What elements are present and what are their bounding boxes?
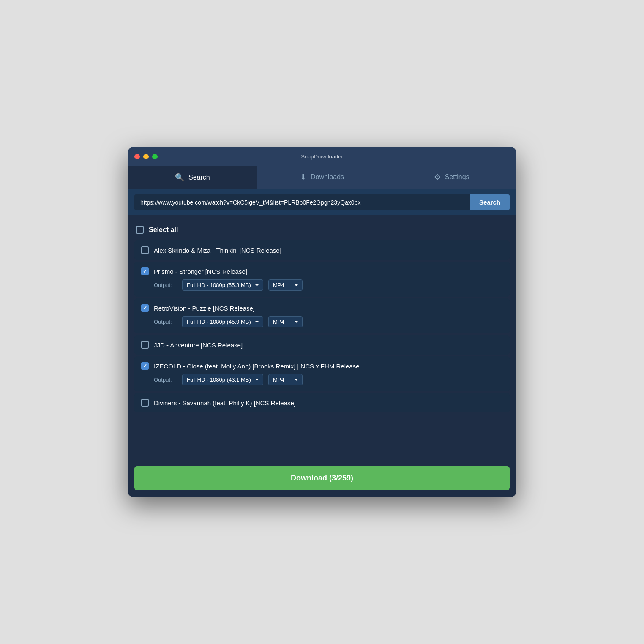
close-button[interactable] xyxy=(134,154,140,159)
video-checkbox-2[interactable] xyxy=(141,267,149,275)
search-bar: Search xyxy=(128,189,516,215)
video-checkbox-4[interactable] xyxy=(141,341,149,349)
output-label: Output: xyxy=(154,377,177,383)
output-row-2: Output: Full HD - 1080p (55.3 MB) HD - 7… xyxy=(141,279,503,291)
url-input[interactable] xyxy=(134,194,470,210)
minimize-button[interactable] xyxy=(143,154,149,159)
select-all-checkbox[interactable] xyxy=(136,226,144,234)
video-title-5: IZECOLD - Close (feat. Molly Ann) [Brook… xyxy=(154,363,360,370)
video-title-2: Prismo - Stronger [NCS Release] xyxy=(154,268,247,275)
format-select-2[interactable]: MP4 MP3 WEBM xyxy=(268,279,303,291)
output-row-3: Output: Full HD - 1080p (45.9 MB) HD - 7… xyxy=(141,316,503,327)
list-item: Prismo - Stronger [NCS Release] Output: … xyxy=(134,262,510,297)
downloads-tab-icon: ⬇ xyxy=(300,172,306,182)
search-tab-icon: 🔍 xyxy=(175,173,184,182)
quality-select-3[interactable]: Full HD - 1080p (45.9 MB) HD - 720p SD -… xyxy=(182,316,263,327)
settings-tab-icon: ⚙ xyxy=(434,172,441,182)
output-row-5: Output: Full HD - 1080p (43.1 MB) HD - 7… xyxy=(141,374,503,385)
list-item: RetroVision - Puzzle [NCS Release] Outpu… xyxy=(134,298,510,333)
video-title-4: JJD - Adventure [NCS Release] xyxy=(154,341,243,349)
tab-bar: 🔍 Search ⬇ Downloads ⚙ Settings xyxy=(128,166,516,189)
titlebar-controls xyxy=(134,154,158,159)
list-item: Diviners - Savannah (feat. Philly K) [NC… xyxy=(134,393,510,412)
app-title: SnapDownloader xyxy=(301,153,343,160)
content-area: Select all Alex Skrindo & Miza - Thinkin… xyxy=(128,215,516,497)
video-checkbox-5[interactable] xyxy=(141,362,149,370)
video-checkbox-6[interactable] xyxy=(141,399,149,407)
quality-select-5[interactable]: Full HD - 1080p (43.1 MB) HD - 720p SD -… xyxy=(182,374,263,385)
format-select-5[interactable]: MP4 MP3 WEBM xyxy=(268,374,303,385)
video-title-row: Prismo - Stronger [NCS Release] xyxy=(141,267,503,275)
tab-search-label: Search xyxy=(188,174,210,181)
format-select-3[interactable]: MP4 MP3 WEBM xyxy=(268,316,303,327)
download-button[interactable]: Download (3/259) xyxy=(134,466,510,490)
video-list: Alex Skrindo & Miza - Thinkin' [NCS Rele… xyxy=(134,240,510,460)
app-window: SnapDownloader 🔍 Search ⬇ Downloads ⚙ Se… xyxy=(128,147,516,497)
video-title-row: Diviners - Savannah (feat. Philly K) [NC… xyxy=(141,399,503,407)
video-title-3: RetroVision - Puzzle [NCS Release] xyxy=(154,305,255,312)
list-item: IZECOLD - Close (feat. Molly Ann) [Brook… xyxy=(134,356,510,391)
video-checkbox-1[interactable] xyxy=(141,246,149,254)
tab-settings-label: Settings xyxy=(445,173,469,181)
video-checkbox-3[interactable] xyxy=(141,304,149,312)
video-title-row: IZECOLD - Close (feat. Molly Ann) [Brook… xyxy=(141,362,503,370)
video-title-6: Diviners - Savannah (feat. Philly K) [NC… xyxy=(154,399,296,407)
search-button[interactable]: Search xyxy=(470,194,510,210)
output-label: Output: xyxy=(154,282,177,288)
list-item: JJD - Adventure [NCS Release] xyxy=(134,335,510,355)
tab-downloads-label: Downloads xyxy=(311,173,344,181)
quality-select-2[interactable]: Full HD - 1080p (55.3 MB) HD - 720p SD -… xyxy=(182,279,263,291)
select-all-row: Select all xyxy=(134,222,510,238)
maximize-button[interactable] xyxy=(152,154,158,159)
output-label: Output: xyxy=(154,319,177,325)
tab-settings[interactable]: ⚙ Settings xyxy=(387,166,516,189)
tab-downloads[interactable]: ⬇ Downloads xyxy=(257,166,387,189)
titlebar: SnapDownloader xyxy=(128,147,516,166)
video-title-row: Alex Skrindo & Miza - Thinkin' [NCS Rele… xyxy=(141,246,503,254)
list-item: Alex Skrindo & Miza - Thinkin' [NCS Rele… xyxy=(134,240,510,260)
select-all-label: Select all xyxy=(149,226,178,234)
video-title-row: RetroVision - Puzzle [NCS Release] xyxy=(141,304,503,312)
video-title-1: Alex Skrindo & Miza - Thinkin' [NCS Rele… xyxy=(154,247,281,254)
video-title-row: JJD - Adventure [NCS Release] xyxy=(141,341,503,349)
tab-search[interactable]: 🔍 Search xyxy=(128,166,257,189)
